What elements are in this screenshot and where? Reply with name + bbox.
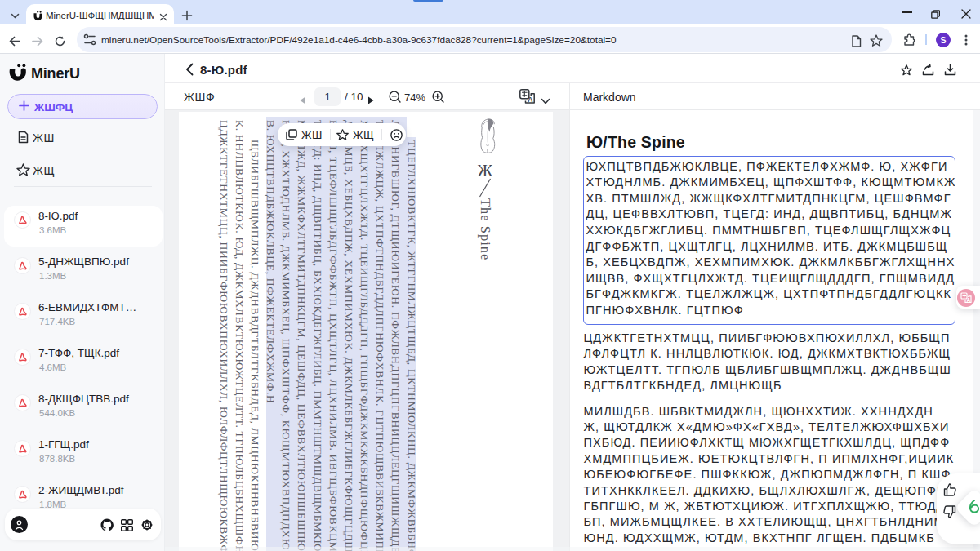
svg-text:A: A	[528, 96, 533, 104]
svg-text:A: A	[967, 297, 971, 303]
